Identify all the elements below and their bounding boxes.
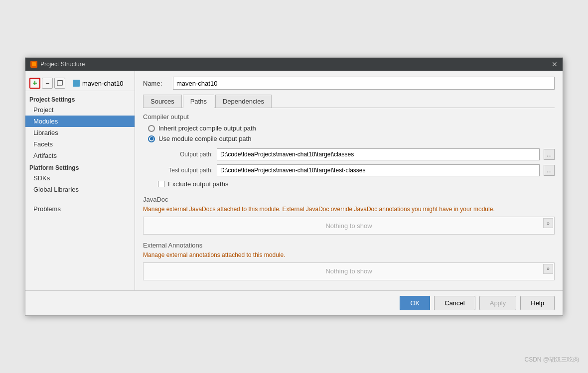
ext-annotations-nothing-text: Nothing to show — [325, 267, 372, 275]
sidebar-toolbar: + − ❐ maven-chat10 — [25, 76, 135, 91]
sidebar-item-libraries[interactable]: Libraries — [25, 127, 135, 138]
output-path-label: Output path: — [158, 151, 213, 158]
module-item[interactable]: maven-chat10 — [67, 78, 129, 89]
close-button[interactable]: ✕ — [552, 60, 558, 68]
name-label: Name: — [143, 80, 168, 87]
test-output-path-label: Test output path: — [158, 167, 213, 174]
ok-button[interactable]: OK — [400, 296, 430, 310]
platform-settings-section: Platform Settings — [25, 161, 135, 172]
project-structure-dialog: Project Structure ✕ + − ❐ maven-chat10 P… — [25, 57, 563, 316]
javadoc-title: JavaDoc — [143, 196, 555, 203]
main-content: Name: Sources Paths Dependencies Compile… — [135, 71, 563, 290]
ext-annotations-desc: Manage external annotations attached to … — [143, 251, 555, 259]
tab-sources[interactable]: Sources — [143, 95, 182, 108]
remove-button[interactable]: − — [42, 78, 53, 89]
dialog-footer: OK Cancel Apply Help — [25, 290, 563, 315]
watermark: CSDN @胡汉三吃肉 — [524, 356, 579, 364]
test-output-path-browse[interactable]: … — [544, 165, 555, 176]
sidebar-item-modules[interactable]: Modules — [25, 116, 135, 127]
add-button[interactable]: + — [29, 78, 40, 89]
apply-button[interactable]: Apply — [479, 296, 517, 310]
tabs-row: Sources Paths Dependencies — [143, 95, 555, 108]
output-path-input[interactable] — [217, 148, 540, 160]
copy-button[interactable]: ❐ — [54, 78, 65, 89]
project-settings-section: Project Settings — [25, 93, 135, 104]
module-icon — [73, 80, 80, 87]
dialog-body: + − ❐ maven-chat10 Project Settings Proj… — [25, 71, 563, 290]
tab-dependencies[interactable]: Dependencies — [215, 95, 272, 108]
javadoc-nothing-box: Nothing to show » — [143, 217, 555, 235]
tab-paths[interactable]: Paths — [183, 95, 214, 108]
titlebar-title: Project Structure — [40, 61, 85, 68]
sidebar-item-sdks[interactable]: SDKs — [25, 172, 135, 184]
name-row: Name: — [143, 77, 555, 90]
sidebar-item-facets[interactable]: Facets — [25, 138, 135, 150]
sidebar-item-problems[interactable]: Problems — [25, 203, 135, 215]
radio-use-module-label: Use module compile output path — [158, 135, 251, 142]
help-button[interactable]: Help — [520, 296, 555, 310]
exclude-label: Exclude output paths — [168, 180, 228, 188]
output-path-row: Output path: … — [143, 148, 555, 160]
javadoc-nothing-text: Nothing to show — [325, 222, 372, 230]
test-output-path-row: Test output path: … — [143, 164, 555, 176]
radio-inherit[interactable] — [148, 125, 155, 132]
ext-annotations-section: External Annotations Manage external ann… — [143, 242, 555, 280]
radio-inherit-row: Inherit project compile output path — [148, 124, 555, 132]
module-name: maven-chat10 — [82, 80, 123, 87]
sidebar-item-global-libraries[interactable]: Global Libraries — [25, 184, 135, 195]
test-output-path-input[interactable] — [217, 164, 540, 176]
ext-annotations-nothing-box: Nothing to show » — [143, 262, 555, 280]
cancel-button[interactable]: Cancel — [434, 296, 475, 310]
exclude-row: Exclude output paths — [143, 180, 555, 188]
app-icon — [30, 61, 37, 68]
compiler-output-section: Compiler output — [143, 113, 555, 121]
javadoc-more-btn[interactable]: » — [543, 218, 553, 228]
radio-group: Inherit project compile output path Use … — [143, 124, 555, 145]
radio-inherit-label: Inherit project compile output path — [158, 124, 256, 132]
javadoc-section: JavaDoc Manage external JavaDocs attache… — [143, 196, 555, 235]
sidebar-item-project[interactable]: Project — [25, 104, 135, 116]
radio-use-module-row: Use module compile output path — [148, 135, 555, 142]
titlebar-left: Project Structure — [30, 61, 85, 68]
sidebar-item-artifacts[interactable]: Artifacts — [25, 150, 135, 161]
titlebar: Project Structure ✕ — [25, 58, 563, 71]
ext-annotations-more-btn[interactable]: » — [543, 264, 553, 274]
output-path-browse[interactable]: … — [544, 149, 555, 160]
name-input[interactable] — [173, 77, 555, 90]
sidebar: + − ❐ maven-chat10 Project Settings Proj… — [25, 71, 135, 290]
radio-use-module[interactable] — [148, 135, 155, 142]
ext-annotations-title: External Annotations — [143, 242, 555, 249]
javadoc-desc: Manage external JavaDocs attached to thi… — [143, 205, 555, 214]
svg-rect-0 — [32, 62, 36, 66]
exclude-checkbox[interactable] — [158, 181, 164, 187]
